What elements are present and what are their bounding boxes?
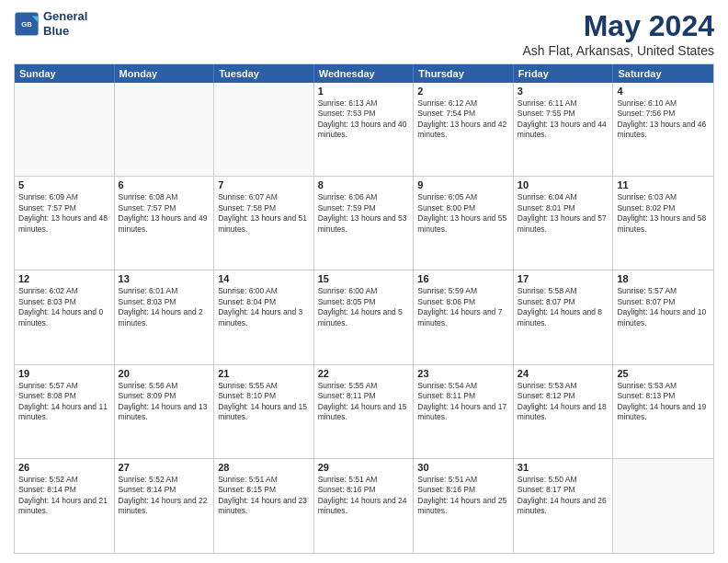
day-info: Sunrise: 6:03 AM Sunset: 8:02 PM Dayligh… <box>617 192 710 235</box>
calendar-body: 1Sunrise: 6:13 AM Sunset: 7:53 PM Daylig… <box>15 83 713 553</box>
calendar-cell <box>115 83 215 176</box>
day-number: 18 <box>617 273 710 284</box>
calendar-cell: 12Sunrise: 6:02 AM Sunset: 8:03 PM Dayli… <box>15 270 115 363</box>
svg-text:GB: GB <box>21 19 32 28</box>
day-number: 17 <box>518 273 609 284</box>
day-info: Sunrise: 5:57 AM Sunset: 8:07 PM Dayligh… <box>617 286 710 328</box>
day-info: Sunrise: 6:09 AM Sunset: 7:57 PM Dayligh… <box>18 192 110 235</box>
day-number: 8 <box>318 179 410 190</box>
day-info: Sunrise: 5:59 AM Sunset: 8:06 PM Dayligh… <box>417 286 509 328</box>
calendar-cell: 22Sunrise: 5:55 AM Sunset: 8:11 PM Dayli… <box>314 365 415 458</box>
weekday-header: Sunday <box>15 64 115 83</box>
calendar-cell: 15Sunrise: 6:00 AM Sunset: 8:05 PM Dayli… <box>314 270 415 363</box>
weekday-header: Tuesday <box>214 64 314 83</box>
logo-text: General Blue <box>43 9 87 38</box>
day-number: 30 <box>417 462 509 473</box>
calendar-cell: 1Sunrise: 6:13 AM Sunset: 7:53 PM Daylig… <box>314 83 415 176</box>
day-info: Sunrise: 6:04 AM Sunset: 8:01 PM Dayligh… <box>518 192 609 235</box>
day-number: 29 <box>318 462 410 473</box>
day-number: 27 <box>119 462 210 473</box>
calendar-cell: 14Sunrise: 6:00 AM Sunset: 8:04 PM Dayli… <box>214 270 314 363</box>
calendar-cell <box>214 83 314 176</box>
day-info: Sunrise: 5:51 AM Sunset: 8:16 PM Dayligh… <box>318 475 410 517</box>
day-info: Sunrise: 5:55 AM Sunset: 8:11 PM Dayligh… <box>318 381 410 423</box>
day-number: 22 <box>318 368 410 379</box>
calendar-row: 19Sunrise: 5:57 AM Sunset: 8:08 PM Dayli… <box>15 365 713 459</box>
calendar-cell: 26Sunrise: 5:52 AM Sunset: 8:14 PM Dayli… <box>15 459 115 553</box>
calendar-cell <box>15 83 115 176</box>
day-info: Sunrise: 6:12 AM Sunset: 7:54 PM Dayligh… <box>417 98 509 141</box>
day-info: Sunrise: 5:55 AM Sunset: 8:10 PM Dayligh… <box>218 381 310 423</box>
day-info: Sunrise: 5:51 AM Sunset: 8:15 PM Dayligh… <box>218 475 310 517</box>
calendar-cell: 5Sunrise: 6:09 AM Sunset: 7:57 PM Daylig… <box>15 177 115 270</box>
calendar-row: 26Sunrise: 5:52 AM Sunset: 8:14 PM Dayli… <box>15 459 713 553</box>
logo: GB General Blue <box>14 9 87 38</box>
day-number: 11 <box>617 179 710 190</box>
day-number: 15 <box>318 273 410 284</box>
day-number: 31 <box>518 462 609 473</box>
day-number: 21 <box>218 368 310 379</box>
calendar-cell: 4Sunrise: 6:10 AM Sunset: 7:56 PM Daylig… <box>613 83 713 176</box>
day-info: Sunrise: 6:08 AM Sunset: 7:57 PM Dayligh… <box>119 192 210 235</box>
day-number: 6 <box>119 179 210 190</box>
calendar-cell: 27Sunrise: 5:52 AM Sunset: 8:14 PM Dayli… <box>115 459 215 553</box>
day-info: Sunrise: 6:02 AM Sunset: 8:03 PM Dayligh… <box>18 286 110 328</box>
day-info: Sunrise: 6:10 AM Sunset: 7:56 PM Dayligh… <box>617 98 710 141</box>
calendar-cell: 23Sunrise: 5:54 AM Sunset: 8:11 PM Dayli… <box>414 365 514 458</box>
calendar-cell: 31Sunrise: 5:50 AM Sunset: 8:17 PM Dayli… <box>514 459 614 553</box>
weekday-header: Monday <box>115 64 215 83</box>
day-info: Sunrise: 5:57 AM Sunset: 8:08 PM Dayligh… <box>18 381 110 423</box>
header: GB General Blue May 2024 Ash Flat, Arkan… <box>14 9 714 58</box>
calendar-cell: 3Sunrise: 6:11 AM Sunset: 7:55 PM Daylig… <box>514 83 614 176</box>
day-info: Sunrise: 6:07 AM Sunset: 7:58 PM Dayligh… <box>218 192 310 235</box>
day-info: Sunrise: 5:52 AM Sunset: 8:14 PM Dayligh… <box>119 475 210 517</box>
calendar-cell: 25Sunrise: 5:53 AM Sunset: 8:13 PM Dayli… <box>613 365 713 458</box>
calendar: SundayMondayTuesdayWednesdayThursdayFrid… <box>14 63 714 554</box>
day-number: 13 <box>119 273 210 284</box>
calendar-cell: 29Sunrise: 5:51 AM Sunset: 8:16 PM Dayli… <box>314 459 415 553</box>
day-number: 7 <box>218 179 310 190</box>
calendar-cell: 11Sunrise: 6:03 AM Sunset: 8:02 PM Dayli… <box>613 177 713 270</box>
day-info: Sunrise: 5:53 AM Sunset: 8:12 PM Dayligh… <box>518 381 609 423</box>
calendar-cell: 7Sunrise: 6:07 AM Sunset: 7:58 PM Daylig… <box>214 177 314 270</box>
day-info: Sunrise: 6:00 AM Sunset: 8:05 PM Dayligh… <box>318 286 410 328</box>
calendar-cell: 13Sunrise: 6:01 AM Sunset: 8:03 PM Dayli… <box>115 270 215 363</box>
day-info: Sunrise: 5:52 AM Sunset: 8:14 PM Dayligh… <box>18 475 110 517</box>
weekday-header: Friday <box>514 64 614 83</box>
day-info: Sunrise: 6:01 AM Sunset: 8:03 PM Dayligh… <box>119 286 210 328</box>
weekday-header: Wednesday <box>314 64 415 83</box>
day-info: Sunrise: 6:05 AM Sunset: 8:00 PM Dayligh… <box>417 192 509 235</box>
day-number: 12 <box>18 273 110 284</box>
calendar-cell: 24Sunrise: 5:53 AM Sunset: 8:12 PM Dayli… <box>514 365 614 458</box>
logo-icon: GB <box>14 11 40 37</box>
calendar-header: SundayMondayTuesdayWednesdayThursdayFrid… <box>15 64 713 83</box>
day-number: 2 <box>417 86 509 97</box>
day-info: Sunrise: 5:51 AM Sunset: 8:16 PM Dayligh… <box>417 475 509 517</box>
location-title: Ash Flat, Arkansas, United States <box>522 43 714 58</box>
day-number: 25 <box>617 368 710 379</box>
day-number: 5 <box>18 179 110 190</box>
day-number: 10 <box>518 179 609 190</box>
day-number: 3 <box>518 86 609 97</box>
weekday-header: Thursday <box>414 64 514 83</box>
day-number: 4 <box>617 86 710 97</box>
day-info: Sunrise: 5:58 AM Sunset: 8:07 PM Dayligh… <box>518 286 609 328</box>
calendar-cell: 18Sunrise: 5:57 AM Sunset: 8:07 PM Dayli… <box>613 270 713 363</box>
day-number: 16 <box>417 273 509 284</box>
calendar-cell <box>613 459 713 553</box>
day-info: Sunrise: 6:11 AM Sunset: 7:55 PM Dayligh… <box>518 98 609 141</box>
day-number: 24 <box>518 368 609 379</box>
day-number: 1 <box>318 86 410 97</box>
day-info: Sunrise: 5:50 AM Sunset: 8:17 PM Dayligh… <box>518 475 609 517</box>
calendar-row: 12Sunrise: 6:02 AM Sunset: 8:03 PM Dayli… <box>15 270 713 364</box>
title-section: May 2024 Ash Flat, Arkansas, United Stat… <box>522 9 714 58</box>
month-title: May 2024 <box>522 9 714 43</box>
calendar-cell: 20Sunrise: 5:56 AM Sunset: 8:09 PM Dayli… <box>115 365 215 458</box>
weekday-header: Saturday <box>613 64 713 83</box>
page: GB General Blue May 2024 Ash Flat, Arkan… <box>0 0 728 563</box>
day-info: Sunrise: 5:56 AM Sunset: 8:09 PM Dayligh… <box>119 381 210 423</box>
calendar-cell: 28Sunrise: 5:51 AM Sunset: 8:15 PM Dayli… <box>214 459 314 553</box>
calendar-cell: 8Sunrise: 6:06 AM Sunset: 7:59 PM Daylig… <box>314 177 415 270</box>
calendar-row: 1Sunrise: 6:13 AM Sunset: 7:53 PM Daylig… <box>15 83 713 177</box>
day-number: 19 <box>18 368 110 379</box>
